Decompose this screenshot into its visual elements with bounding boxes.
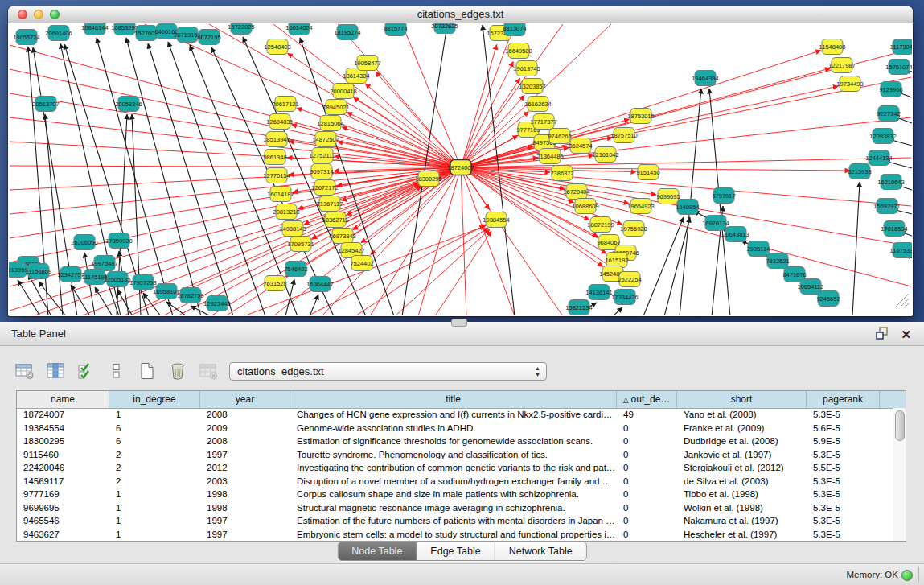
table-cell[interactable]: Nakamura et al. (1997) [677,514,807,528]
graph-node[interactable]: 20513707 [32,97,59,112]
close-panel-icon[interactable]: ✕ [901,328,911,341]
graph-node[interactable]: 2935114 [747,241,770,257]
graph-node[interactable]: 11173049 [890,39,912,55]
graph-node[interactable]: 19384554 [483,212,509,228]
graph-node[interactable]: 6797917 [712,188,735,204]
table-cell[interactable]: Corpus callosum shape and size in male p… [290,488,617,501]
column-header-year[interactable]: year [200,391,290,408]
graph-node[interactable]: 14136141 [585,285,612,300]
network-window-titlebar[interactable]: citations_edges.txt [8,6,913,23]
graph-node[interactable]: 12815064 [317,116,343,131]
graph-node[interactable]: 19756928 [620,221,647,237]
graph-node[interactable]: 12752112 [310,148,336,163]
table-cell[interactable]: Structural magnetic resonance image aver… [290,501,617,515]
select-columns-icon[interactable] [76,360,97,381]
graph-node[interactable]: 9227342 [877,106,900,122]
graph-node[interactable]: 14872507 [312,132,339,147]
table-cell[interactable]: 5.3E-5 [807,488,880,501]
graph-node[interactable]: 9861348 [263,150,286,165]
table-cell[interactable]: Yano et al. (2008) [677,408,807,422]
table-row[interactable]: 946554611997Estimation of the future num… [17,514,893,528]
graph-node[interactable]: 14988143 [279,221,306,237]
graph-node[interactable]: 19654923 [627,199,654,214]
tab-network-table[interactable]: Network Table [495,542,586,560]
table-settings-icon[interactable] [14,360,35,381]
graph-node[interactable]: 18195274 [334,25,360,40]
table-row[interactable]: 911546021997Tourette syndrome. Phenomeno… [17,448,893,462]
row-height-icon[interactable] [106,360,127,381]
table-cell[interactable]: 5.6E-5 [807,422,880,435]
table-cell[interactable]: 1 [109,488,200,501]
table-cell[interactable]: 2003 [200,475,290,488]
table-cell[interactable]: 9699695 [17,501,109,515]
graph-node[interactable]: 17359928 [105,233,132,249]
graph-node[interactable]: 19055724 [13,30,39,45]
graph-node[interactable]: 18362711 [322,212,349,228]
graph-node[interactable]: 11548408 [819,39,846,55]
column-header-title[interactable]: title [290,391,617,408]
graph-node[interactable]: 1640954 [676,200,699,215]
graph-node[interactable]: 20732625 [431,23,458,34]
graph-node[interactable]: 18724007 [447,160,474,175]
tab-node-table[interactable]: Node Table [338,542,417,560]
table-cell[interactable]: 2 [109,475,200,488]
close-button[interactable] [18,10,27,19]
graph-node[interactable]: 16162634 [524,97,551,112]
graph-node[interactable]: 26206050 [71,235,97,250]
graph-node[interactable]: 11156869 [26,264,51,279]
table-cell[interactable]: 18724007 [17,408,109,422]
graph-node[interactable]: 20053346 [115,97,142,112]
table-cell[interactable]: 1 [109,501,200,515]
table-row[interactable]: 1830029562008Estimation of significance … [17,435,893,448]
graph-node[interactable]: 12770154 [263,168,290,183]
table-cell[interactable]: 9115460 [17,448,109,462]
column-header-in-degree[interactable]: in_degree [109,391,200,408]
graph-node[interactable]: 19734493 [836,76,863,92]
scrollbar-thumb[interactable] [895,410,905,441]
graph-node[interactable]: 9699695 [656,189,680,204]
table-cell[interactable]: 14569117 [17,475,109,488]
graph-node[interactable]: 8815774 [384,23,407,36]
canvas-resize-grip[interactable] [896,294,909,307]
zoom-button[interactable] [50,10,60,19]
table-cell[interactable]: Tibbo et al. (1998) [677,488,807,501]
table-cell[interactable]: 2 [109,461,200,475]
graph-node[interactable]: 16364447 [306,277,333,292]
graph-node[interactable]: 20813210 [273,204,299,220]
table-cell[interactable]: 0 [617,501,677,515]
graph-node[interactable]: 3624574 [569,138,592,154]
table-cell[interactable]: 1998 [200,488,290,501]
graph-node[interactable]: 15751074 [885,60,912,75]
column-header-pagerank[interactable]: pagerank [807,391,880,408]
graph-node[interactable]: 9697314 [310,164,333,179]
table-cell[interactable]: 5.3E-5 [807,501,880,515]
table-cell[interactable]: 0 [617,435,677,448]
table-cell[interactable]: 1997 [200,528,290,542]
table-cell[interactable]: 0 [617,514,677,528]
tab-edge-table[interactable]: Edge Table [417,542,495,560]
table-cell[interactable]: 0 [617,422,677,435]
graph-node[interactable]: 12923448 [203,296,230,311]
import-table-icon-disabled[interactable] [198,360,219,381]
graph-node[interactable]: 18753015 [627,109,654,124]
table-cell[interactable]: 1998 [200,501,290,515]
table-cell[interactable]: de Silva et al. (2003) [677,475,807,488]
delete-table-icon[interactable] [167,360,188,381]
network-graph-svg[interactable]: 1872400718300295977716994975689746266213… [9,23,912,315]
graph-node[interactable]: 2522254 [618,272,641,287]
graph-node[interactable]: 8813074 [503,23,526,36]
table-row[interactable]: 1456911722003Disruption of a novel membe… [17,475,893,488]
table-cell[interactable]: 1 [109,528,200,542]
graph-node[interactable]: 16782759 [177,288,203,303]
column-header-out-de-[interactable]: △out_de… [617,391,677,408]
table-cell[interactable]: 5.5E-5 [807,461,880,475]
table-row[interactable]: 1938455462009Genome-wide association stu… [17,422,893,435]
graph-node[interactable]: 10846144 [81,23,108,35]
graph-node[interactable]: 15722025 [228,23,254,35]
table-cell[interactable]: Stergiakouli et al. (2012) [677,461,807,475]
graph-node[interactable]: 7386372 [550,166,573,181]
table-cell[interactable]: Tourette syndrome. Phenomenology and cla… [290,448,617,462]
table-cell[interactable]: Hescheler et al. (1997) [677,528,807,542]
graph-node[interactable]: 9245652 [816,291,840,307]
graph-node[interactable]: 16958107 [153,284,179,299]
